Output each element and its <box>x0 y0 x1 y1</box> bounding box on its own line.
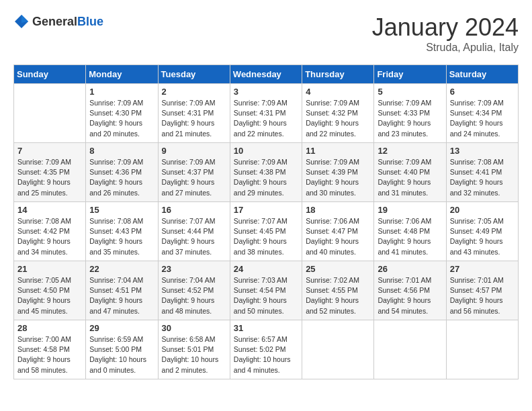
day-info: Sunrise: 7:05 AM Sunset: 4:49 PM Dayligh… <box>450 216 515 257</box>
day-info: Sunrise: 7:04 AM Sunset: 4:51 PM Dayligh… <box>89 275 154 316</box>
calendar-title: January 2024 <box>372 13 519 42</box>
day-info: Sunrise: 7:09 AM Sunset: 4:31 PM Dayligh… <box>234 98 298 139</box>
calendar-cell <box>14 84 86 143</box>
calendar-cell <box>302 320 374 379</box>
day-number: 12 <box>378 146 442 156</box>
calendar-cell: 28Sunrise: 7:00 AM Sunset: 4:58 PM Dayli… <box>14 320 86 379</box>
day-info: Sunrise: 7:08 AM Sunset: 4:41 PM Dayligh… <box>450 157 515 198</box>
calendar-cell: 10Sunrise: 7:09 AM Sunset: 4:38 PM Dayli… <box>230 143 302 202</box>
header-cell-friday: Friday <box>374 65 446 84</box>
calendar-cell: 25Sunrise: 7:02 AM Sunset: 4:55 PM Dayli… <box>302 261 374 320</box>
calendar-cell: 5Sunrise: 7:09 AM Sunset: 4:33 PM Daylig… <box>374 84 446 143</box>
title-area: January 2024 Struda, Apulia, Italy <box>372 13 519 54</box>
calendar-cell: 23Sunrise: 7:04 AM Sunset: 4:52 PM Dayli… <box>158 261 230 320</box>
header-row: SundayMondayTuesdayWednesdayThursdayFrid… <box>14 65 519 84</box>
logo-general: General <box>32 15 77 28</box>
calendar-cell: 30Sunrise: 6:58 AM Sunset: 5:01 PM Dayli… <box>158 320 230 379</box>
day-number: 13 <box>450 146 515 156</box>
day-info: Sunrise: 7:09 AM Sunset: 4:37 PM Dayligh… <box>162 157 226 198</box>
day-number: 4 <box>306 87 370 97</box>
day-number: 8 <box>89 146 154 156</box>
day-info: Sunrise: 7:06 AM Sunset: 4:47 PM Dayligh… <box>306 216 370 257</box>
day-number: 10 <box>234 146 298 156</box>
calendar-cell: 17Sunrise: 7:07 AM Sunset: 4:45 PM Dayli… <box>230 202 302 261</box>
day-info: Sunrise: 7:07 AM Sunset: 4:45 PM Dayligh… <box>234 216 298 257</box>
calendar-cell: 15Sunrise: 7:08 AM Sunset: 4:43 PM Dayli… <box>86 202 158 261</box>
week-row-4: 21Sunrise: 7:05 AM Sunset: 4:50 PM Dayli… <box>14 261 519 320</box>
day-info: Sunrise: 6:58 AM Sunset: 5:01 PM Dayligh… <box>162 334 226 375</box>
calendar-cell: 11Sunrise: 7:09 AM Sunset: 4:39 PM Dayli… <box>302 143 374 202</box>
day-info: Sunrise: 6:59 AM Sunset: 5:00 PM Dayligh… <box>89 334 154 375</box>
calendar-table: SundayMondayTuesdayWednesdayThursdayFrid… <box>13 64 519 379</box>
day-number: 20 <box>450 205 515 215</box>
day-number: 24 <box>234 264 298 274</box>
day-info: Sunrise: 7:09 AM Sunset: 4:31 PM Dayligh… <box>162 98 226 139</box>
calendar-cell: 18Sunrise: 7:06 AM Sunset: 4:47 PM Dayli… <box>302 202 374 261</box>
svg-marker-1 <box>21 15 28 23</box>
day-info: Sunrise: 7:09 AM Sunset: 4:36 PM Dayligh… <box>89 157 154 198</box>
day-info: Sunrise: 6:57 AM Sunset: 5:02 PM Dayligh… <box>234 334 298 375</box>
logo-text: GeneralBlue <box>32 15 103 29</box>
day-info: Sunrise: 7:09 AM Sunset: 4:30 PM Dayligh… <box>89 98 154 139</box>
day-number: 27 <box>450 264 515 274</box>
logo: GeneralBlue <box>13 13 103 30</box>
day-number: 28 <box>17 323 82 333</box>
day-info: Sunrise: 7:09 AM Sunset: 4:33 PM Dayligh… <box>378 98 442 139</box>
day-number: 15 <box>89 205 154 215</box>
day-info: Sunrise: 7:09 AM Sunset: 4:39 PM Dayligh… <box>306 157 370 198</box>
header-cell-monday: Monday <box>86 65 158 84</box>
calendar-cell: 24Sunrise: 7:03 AM Sunset: 4:54 PM Dayli… <box>230 261 302 320</box>
week-row-1: 1Sunrise: 7:09 AM Sunset: 4:30 PM Daylig… <box>14 84 519 143</box>
calendar-cell: 31Sunrise: 6:57 AM Sunset: 5:02 PM Dayli… <box>230 320 302 379</box>
calendar-cell: 20Sunrise: 7:05 AM Sunset: 4:49 PM Dayli… <box>446 202 518 261</box>
day-info: Sunrise: 7:05 AM Sunset: 4:50 PM Dayligh… <box>17 275 82 316</box>
logo-blue: Blue <box>77 15 103 28</box>
week-row-5: 28Sunrise: 7:00 AM Sunset: 4:58 PM Dayli… <box>14 320 519 379</box>
day-info: Sunrise: 7:09 AM Sunset: 4:38 PM Dayligh… <box>234 157 298 198</box>
calendar-cell: 1Sunrise: 7:09 AM Sunset: 4:30 PM Daylig… <box>86 84 158 143</box>
day-info: Sunrise: 7:02 AM Sunset: 4:55 PM Dayligh… <box>306 275 370 316</box>
calendar-cell: 9Sunrise: 7:09 AM Sunset: 4:37 PM Daylig… <box>158 143 230 202</box>
day-info: Sunrise: 7:09 AM Sunset: 4:35 PM Dayligh… <box>17 157 82 198</box>
calendar-cell: 21Sunrise: 7:05 AM Sunset: 4:50 PM Dayli… <box>14 261 86 320</box>
calendar-cell: 2Sunrise: 7:09 AM Sunset: 4:31 PM Daylig… <box>158 84 230 143</box>
calendar-cell: 13Sunrise: 7:08 AM Sunset: 4:41 PM Dayli… <box>446 143 518 202</box>
calendar-cell: 26Sunrise: 7:01 AM Sunset: 4:56 PM Dayli… <box>374 261 446 320</box>
day-number: 18 <box>306 205 370 215</box>
day-number: 7 <box>17 146 82 156</box>
day-number: 19 <box>378 205 442 215</box>
calendar-cell: 4Sunrise: 7:09 AM Sunset: 4:32 PM Daylig… <box>302 84 374 143</box>
day-number: 16 <box>162 205 226 215</box>
day-info: Sunrise: 7:04 AM Sunset: 4:52 PM Dayligh… <box>162 275 226 316</box>
logo-icon <box>13 13 30 30</box>
day-number: 2 <box>162 87 226 97</box>
header-cell-sunday: Sunday <box>14 65 86 84</box>
day-info: Sunrise: 7:01 AM Sunset: 4:56 PM Dayligh… <box>378 275 442 316</box>
week-row-3: 14Sunrise: 7:08 AM Sunset: 4:42 PM Dayli… <box>14 202 519 261</box>
header-cell-wednesday: Wednesday <box>230 65 302 84</box>
day-number: 23 <box>162 264 226 274</box>
day-number: 9 <box>162 146 226 156</box>
calendar-cell: 3Sunrise: 7:09 AM Sunset: 4:31 PM Daylig… <box>230 84 302 143</box>
day-number: 14 <box>17 205 82 215</box>
week-row-2: 7Sunrise: 7:09 AM Sunset: 4:35 PM Daylig… <box>14 143 519 202</box>
day-number: 3 <box>234 87 298 97</box>
calendar-cell: 22Sunrise: 7:04 AM Sunset: 4:51 PM Dayli… <box>86 261 158 320</box>
day-number: 22 <box>89 264 154 274</box>
calendar-cell: 16Sunrise: 7:07 AM Sunset: 4:44 PM Dayli… <box>158 202 230 261</box>
header-cell-thursday: Thursday <box>302 65 374 84</box>
day-number: 21 <box>17 264 82 274</box>
day-info: Sunrise: 7:08 AM Sunset: 4:42 PM Dayligh… <box>17 216 82 257</box>
day-info: Sunrise: 7:08 AM Sunset: 4:43 PM Dayligh… <box>89 216 154 257</box>
header-cell-tuesday: Tuesday <box>158 65 230 84</box>
day-number: 25 <box>306 264 370 274</box>
day-info: Sunrise: 7:06 AM Sunset: 4:48 PM Dayligh… <box>378 216 442 257</box>
day-info: Sunrise: 7:09 AM Sunset: 4:32 PM Dayligh… <box>306 98 370 139</box>
day-info: Sunrise: 7:07 AM Sunset: 4:44 PM Dayligh… <box>162 216 226 257</box>
header-cell-saturday: Saturday <box>446 65 518 84</box>
day-number: 30 <box>162 323 226 333</box>
day-info: Sunrise: 7:09 AM Sunset: 4:34 PM Dayligh… <box>450 98 515 139</box>
calendar-cell: 12Sunrise: 7:09 AM Sunset: 4:40 PM Dayli… <box>374 143 446 202</box>
calendar-cell: 8Sunrise: 7:09 AM Sunset: 4:36 PM Daylig… <box>86 143 158 202</box>
day-number: 26 <box>378 264 442 274</box>
